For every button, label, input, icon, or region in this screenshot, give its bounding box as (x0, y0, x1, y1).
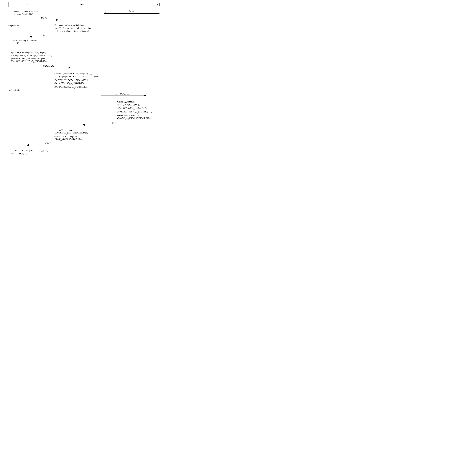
participant-ui: Uᵢ (24, 3, 29, 6)
auth-gwn-step2: Checks T₃ , computes C′ᵢ=h(h(KGWNS||SIDⱼ… (55, 129, 135, 141)
arrow-auth-msg4: CT₃,T₄ (8, 142, 181, 148)
arrow-reg-msg1: IDᵢ, Cᵢ (8, 17, 181, 23)
arrow-auth-msg1: DIDᵢ,CT₁,T₁ (8, 64, 181, 71)
reg-gwn-step: Computes v=h(xᵢ), Nᵢ=h(IDᵢ||Cᵢ) ⊕ v , Mᵢ… (55, 24, 135, 33)
arrow-auth-msg2: CT₂,DIDᵢ,Bᵢ,T₂ (8, 91, 181, 100)
participants-header: Uᵢ GWN Snⱼ (8, 2, 181, 7)
participant-gwn: GWN (78, 3, 86, 6)
participant-sn: Snⱼ (154, 3, 160, 6)
arrow-reg-msg2: SC (8, 34, 181, 40)
auth-gwn-step1: Checks T₁, computes EK=h(DIDᵢ||h(xᵢ)||T₁… (55, 72, 135, 89)
arrow-kgwns: KGWNS (8, 10, 181, 17)
reg-u-step2: After receiving SC, stores bᵢ into SC (13, 39, 78, 45)
phase-registration-label: Registration (8, 24, 18, 27)
auth-u-step1: Inputs IDᵢ, PWᵢ, computes, Cᵢ=h(PWᵢ||bᵢ)… (11, 51, 86, 63)
auth-sn-step1: Checks:T₂, computes R₂=CT₂ ⊕ h(KGWNS||SI… (117, 101, 181, 120)
arrow-auth-msg3: Cᵢ,T₃ (8, 121, 181, 128)
auth-u-step2: Checks T₄, DIDᵢ||SIDⱼ||SK||R₁||T₄=DEK(CT… (11, 149, 86, 155)
